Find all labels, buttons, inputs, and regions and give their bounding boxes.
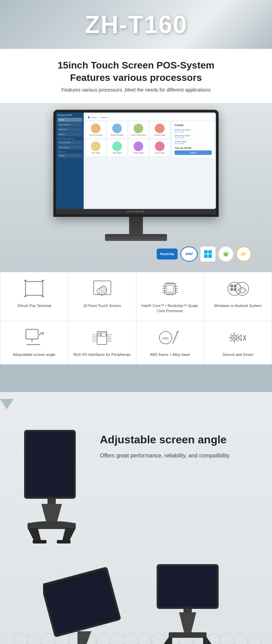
- svg-line-69: [237, 340, 238, 341]
- windows-icon: [204, 250, 212, 258]
- svg-rect-94: [159, 566, 217, 607]
- pos-device-side-svg: [17, 426, 86, 543]
- svg-marker-81: [28, 528, 41, 542]
- svg-marker-113: [151, 633, 165, 644]
- adjustable-desc: Offers great performance, reliability, a…: [100, 451, 258, 460]
- svg-rect-39: [234, 288, 237, 291]
- svg-marker-82: [62, 528, 76, 542]
- svg-marker-109: [96, 633, 110, 644]
- io-icon: I/O: [90, 328, 114, 349]
- food-item: Corn Salad: [86, 139, 106, 156]
- cart-item: Fresh Fruit SaladRp 25,000: [175, 128, 212, 134]
- adjustable-content: Adjustable screen angle Offers great per…: [0, 413, 272, 550]
- cart-total: Total: Rp 185,000: [175, 147, 212, 149]
- svg-line-6: [227, 251, 228, 252]
- feature-label-angle: Adujustable screen angle: [13, 352, 55, 357]
- rockchip-badge: Rockchip: [157, 249, 178, 260]
- adjustable-section: Adjustable screen angle Offers great per…: [0, 392, 272, 644]
- pos-main: Salad Search... Fresh Fruit Salad: [84, 113, 216, 209]
- svg-line-68: [231, 334, 232, 335]
- device-upright-image: [139, 557, 229, 644]
- svg-line-60: [173, 331, 178, 343]
- feature-cell-os: Windows or Android System: [204, 272, 272, 321]
- svg-point-62: [232, 335, 237, 340]
- hex-bg-pattern: [0, 633, 272, 644]
- design-icon: [226, 328, 250, 349]
- svg-line-61: [177, 331, 178, 332]
- section-arrow: [0, 399, 272, 409]
- pos-image-area: Factory POS Salad Your Money Beef Stir B…: [0, 103, 272, 272]
- food-item: Greek Yogurt Salad: [128, 122, 148, 138]
- feature-label-touch: 10 Point Touch Screen: [83, 303, 121, 308]
- svg-line-41: [240, 286, 240, 287]
- feature-cell-cpu: Intel® Core™ / Rockchip™ Quad-Core Proce…: [136, 272, 204, 321]
- sidebar-item: Sea Salad: [57, 145, 82, 149]
- svg-line-70: [231, 340, 232, 341]
- pos-device-flat-svg: [43, 564, 133, 644]
- feature-label-15inch: 15inch Pos Terminal: [17, 303, 51, 308]
- svg-point-7: [224, 253, 225, 254]
- windows-badge: [200, 246, 216, 262]
- os-icon: [226, 279, 250, 300]
- feature-label-os: Windows or Android System: [214, 303, 262, 308]
- angle-icon: [22, 328, 46, 349]
- food-grid: Fresh Fruit Salad Mixed Veg Salad Greek …: [86, 122, 170, 156]
- cart-title: Cart(4): [175, 124, 212, 127]
- sidebar-item: Salad: [57, 118, 82, 122]
- feature-cell-angle: Adujustable screen angle: [0, 321, 68, 365]
- svg-rect-2: [204, 254, 208, 258]
- sidebar-item: Beef Stir: [57, 127, 82, 131]
- svg-line-42: [244, 286, 244, 287]
- pos-screen: Factory POS Salad Your Money Beef Stir B…: [56, 113, 216, 209]
- svg-text:I/O: I/O: [99, 334, 102, 336]
- feature-cell-abs: ABS ABS frame + Alloy base: [136, 321, 204, 365]
- svg-marker-119: [234, 633, 248, 644]
- svg-marker-114: [165, 633, 179, 644]
- svg-marker-117: [207, 633, 220, 644]
- svg-marker-111: [124, 633, 138, 644]
- pos-topbar: Salad Search...: [86, 115, 214, 120]
- svg-marker-105: [41, 633, 55, 644]
- svg-rect-76: [26, 432, 74, 497]
- svg-rect-0: [204, 250, 208, 254]
- svg-rect-86: [43, 569, 119, 635]
- svg-marker-112: [138, 633, 151, 644]
- adjustable-text: Adjustable screen angle Offers great per…: [100, 420, 258, 460]
- feature-cell-15inch: 15inch Pos Terminal: [0, 272, 68, 321]
- cart-item: Greek YogurtRp 28,000: [175, 140, 212, 146]
- gray-divider: [0, 365, 272, 392]
- monitor-neck: [129, 217, 143, 234]
- pay-button[interactable]: SAVE: [175, 150, 212, 155]
- intel-badge: intel: [180, 246, 198, 262]
- food-item: Chicken Salad: [150, 122, 170, 138]
- features-section: 15inch Touch Screen POS-SystemFeatures v…: [0, 49, 272, 103]
- feature-cell-io: I/O Rich I/O Interfaces for Peripherals: [68, 321, 136, 365]
- svg-rect-49: [101, 333, 106, 336]
- svg-marker-115: [179, 633, 193, 644]
- abs-icon: ABS: [158, 328, 182, 349]
- arrow-down-icon: [0, 399, 14, 409]
- svg-rect-84: [57, 540, 71, 543]
- cart-panel: Cart(4) Fresh Fruit SaladRp 25,000 Mixed…: [172, 122, 214, 157]
- monitor-base: [105, 234, 167, 241]
- svg-rect-43: [26, 329, 38, 339]
- food-item: Shrimp Salad: [128, 139, 148, 156]
- feature-label-abs: ABS frame + Alloy base: [150, 352, 190, 357]
- sidebar-item: Bakso: [57, 132, 82, 136]
- cpu-icon: [158, 279, 182, 300]
- cart-item: Mixed Veg SaladRp 22,000: [175, 134, 212, 140]
- adjustable-heading: Adjustable screen angle: [100, 433, 258, 446]
- android-icon: [222, 250, 230, 258]
- svg-line-5: [224, 251, 225, 252]
- svg-rect-10: [94, 281, 111, 295]
- features-subtitle: Features various processors ,Meet the ne…: [14, 87, 258, 93]
- feature-label-cpu: Intel® Core™ / Rockchip™ Quad-Core Proce…: [140, 303, 200, 314]
- features-title: 15inch Touch Screen POS-SystemFeatures v…: [14, 59, 258, 84]
- svg-marker-103: [14, 633, 28, 644]
- svg-point-8: [227, 253, 227, 254]
- pos-monitor: Factory POS Salad Your Money Beef Stir B…: [53, 110, 219, 217]
- svg-marker-118: [220, 633, 234, 644]
- pos-device-upright-svg: [139, 557, 229, 644]
- svg-marker-107: [69, 633, 83, 644]
- expand-icon: [22, 279, 46, 300]
